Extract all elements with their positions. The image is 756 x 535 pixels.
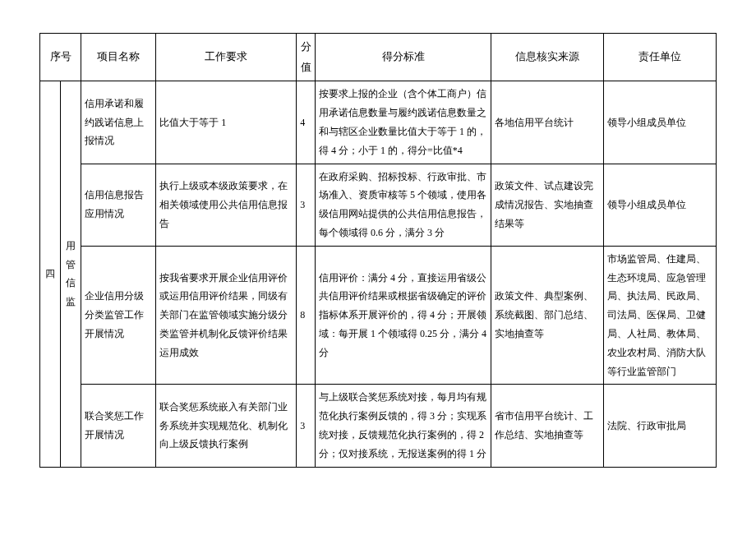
cell-name: 信用信息报告应用情况	[81, 164, 156, 246]
cell-req: 比值大于等于 1	[156, 81, 297, 164]
cell-src: 政策文件、典型案例、系统截图、部门总结、实地抽查等	[491, 246, 604, 385]
cell-std: 按要求上报的企业（含个体工商户）信用承诺信息数量与履约践诺信息数量之和与辖区企业…	[316, 81, 491, 164]
cell-dept: 法院、行政审批局	[604, 385, 717, 467]
table-header-row: 序号 项目名称 工作要求 分值 得分标准 信息核实来源 责任单位	[40, 34, 717, 81]
cell-src: 政策文件、试点建设完成情况报告、实地抽查结果等	[491, 164, 604, 246]
cell-score: 3	[297, 385, 316, 467]
cell-std: 与上级联合奖惩系统对接，每月均有规范化执行案例反馈的，得 3 分；实现系统对接，…	[316, 385, 491, 467]
cell-src: 省市信用平台统计、工作总结、实地抽查等	[491, 385, 604, 467]
cell-score: 3	[297, 164, 316, 246]
col-header-src: 信息核实来源	[491, 34, 604, 81]
table-row: 联合奖惩工作开展情况 联合奖惩系统嵌入有关部门业务系统并实现规范化、机制化向上级…	[40, 385, 717, 467]
col-header-seq: 序号	[40, 34, 81, 81]
cell-src: 各地信用平台统计	[491, 81, 604, 164]
cell-score: 4	[297, 81, 316, 164]
cell-req: 联合奖惩系统嵌入有关部门业务系统并实现规范化、机制化向上级反馈执行案例	[156, 385, 297, 467]
cell-dept: 市场监管局、住建局、生态环境局、应急管理局、执法局、民政局、司法局、医保局、卫健…	[604, 246, 717, 385]
cell-name: 联合奖惩工作开展情况	[81, 385, 156, 467]
col-header-dept: 责任单位	[604, 34, 717, 81]
cell-std: 信用评价：满分 4 分，直接运用省级公共信用评价结果或根据省级确定的评价指标体系…	[316, 246, 491, 385]
col-header-req: 工作要求	[156, 34, 297, 81]
assessment-table: 序号 项目名称 工作要求 分值 得分标准 信息核实来源 责任单位 四 用管信监 …	[39, 33, 717, 468]
cell-std: 在政府采购、招标投标、行政审批、市场准入、资质审核等 5 个领域，使用各级信用网…	[316, 164, 491, 246]
col-header-std: 得分标准	[316, 34, 491, 81]
col-header-score: 分值	[297, 34, 316, 81]
cell-req: 按我省要求开展企业信用评价或运用信用评价结果，同级有关部门在监管领域实施分级分类…	[156, 246, 297, 385]
cell-req: 执行上级或本级政策要求，在相关领域使用公共信用信息报告	[156, 164, 297, 246]
cell-dept: 领导小组成员单位	[604, 81, 717, 164]
table-row: 信用信息报告应用情况 执行上级或本级政策要求，在相关领域使用公共信用信息报告 3…	[40, 164, 717, 246]
cell-name: 信用承诺和履约践诺信息上报情况	[81, 81, 156, 164]
cell-score: 8	[297, 246, 316, 385]
section-category: 用管信监	[61, 81, 81, 467]
cell-name: 企业信用分级分类监管工作开展情况	[81, 246, 156, 385]
cell-dept: 领导小组成员单位	[604, 164, 717, 246]
section-seq: 四	[40, 81, 61, 467]
table-row: 四 用管信监 信用承诺和履约践诺信息上报情况 比值大于等于 1 4 按要求上报的…	[40, 81, 717, 164]
table-row: 企业信用分级分类监管工作开展情况 按我省要求开展企业信用评价或运用信用评价结果，…	[40, 246, 717, 385]
col-header-name: 项目名称	[81, 34, 156, 81]
